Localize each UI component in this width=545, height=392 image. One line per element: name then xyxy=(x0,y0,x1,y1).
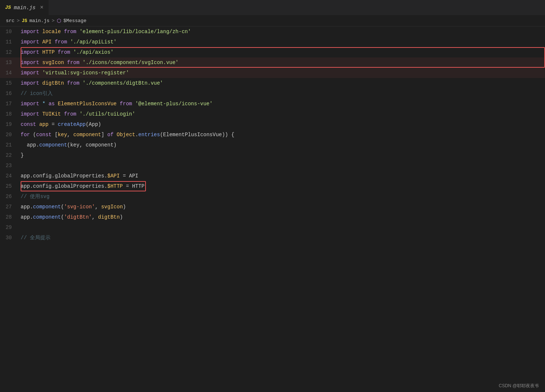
line-content-10: import locale from 'element-plus/lib/loc… xyxy=(19,27,545,37)
code-line-10: 10import locale from 'element-plus/lib/l… xyxy=(0,27,545,37)
token-var-yellow: API xyxy=(42,39,55,45)
token-fn: component xyxy=(39,142,67,148)
token-var-yellow: $HTTP xyxy=(107,183,123,189)
line-number-10: 10 xyxy=(0,27,19,37)
line-number-29: 29 xyxy=(0,222,19,233)
token-plain: [ xyxy=(55,132,57,138)
token-var-yellow: $API xyxy=(107,173,120,179)
token-plain: app.config.globalProperties. xyxy=(21,183,107,189)
line-number-15: 15 xyxy=(0,78,19,88)
breadcrumb-sep1: > xyxy=(17,18,20,24)
line-number-13: 13 xyxy=(0,57,19,68)
line-number-25: 25 xyxy=(0,181,19,191)
line-content-22: } xyxy=(19,150,545,160)
token-kw-import: import xyxy=(21,70,42,76)
token-var-yellow: app xyxy=(39,121,52,127)
token-plain: ( xyxy=(61,214,64,220)
token-kw-from: from xyxy=(120,101,135,107)
code-line-14: 14import 'virtual:svg-icons-register' xyxy=(0,68,545,78)
token-comment: // 全局提示 xyxy=(21,235,50,241)
token-str-orange: 'digtBtn' xyxy=(64,214,92,220)
line-content-12: import HTTP from './api/axios' xyxy=(19,47,545,57)
token-kw-for: for xyxy=(21,132,33,138)
code-line-22: 22} xyxy=(0,150,545,160)
code-line-27: 27app.component('svg-icon', svgIcon) xyxy=(0,202,545,212)
token-plain: = API xyxy=(120,173,138,179)
code-line-16: 16// icon引入 xyxy=(0,88,545,99)
token-var-yellow: digtBtn xyxy=(42,80,67,86)
tab-close-icon[interactable]: × xyxy=(40,4,43,11)
token-kw-from: from xyxy=(55,39,70,45)
code-line-17: 17import * as ElementPlusIconsVue from '… xyxy=(0,99,545,109)
breadcrumb-sep2: > xyxy=(52,18,55,24)
token-fn: entries xyxy=(138,132,160,138)
token-plain: (key, component) xyxy=(67,142,116,148)
tab-filename: main.js xyxy=(14,5,36,11)
line-content-13: import svgIcon from './icons/component/s… xyxy=(19,57,545,68)
token-kw-const: const xyxy=(36,132,55,138)
line-content-26: // 使用svg xyxy=(19,191,545,202)
token-var-yellow: Object xyxy=(117,132,135,138)
token-kw-from: from xyxy=(67,80,83,86)
line-content-15: import digtBtn from './components/digtBt… xyxy=(19,78,545,88)
code-line-30: 30// 全局提示 xyxy=(0,233,545,243)
token-str: './utils/tuiLogin' xyxy=(80,111,135,117)
tab-js-badge: JS xyxy=(5,5,11,10)
code-line-29: 29 xyxy=(0,222,545,233)
token-var-yellow: svgIcon xyxy=(101,204,123,210)
line-content-11: import API from './api/apiList' xyxy=(19,37,545,47)
token-str: 'element-plus/lib/locale/lang/zh-cn' xyxy=(80,29,191,35)
token-plain: (ElementPlusIconsVue)) { xyxy=(160,132,234,138)
code-editor: 10import locale from 'element-plus/lib/l… xyxy=(0,27,545,243)
line-number-19: 19 xyxy=(0,119,19,130)
tab-main-js[interactable]: JS main.js × xyxy=(0,0,49,15)
line-number-30: 30 xyxy=(0,233,19,243)
token-plain: app. xyxy=(21,214,33,220)
token-str: '@element-plus/icons-vue' xyxy=(135,101,213,107)
line-number-26: 26 xyxy=(0,191,19,202)
token-plain: ( xyxy=(61,204,64,210)
breadcrumb-symbol-icon: ⬡ xyxy=(57,18,61,24)
line-number-27: 27 xyxy=(0,202,19,212)
token-var-yellow: locale xyxy=(42,29,64,35)
token-plain: } xyxy=(21,152,24,158)
tab-bar: JS main.js × xyxy=(0,0,545,15)
code-line-19: 19const app = createApp(App) xyxy=(0,119,545,130)
token-plain: app.config.globalProperties. xyxy=(21,173,107,179)
token-kw-import: import xyxy=(21,39,42,45)
token-fn: component xyxy=(33,214,61,220)
token-kw-import: import xyxy=(21,111,42,117)
token-fn: createApp xyxy=(58,121,86,127)
line-content-17: import * as ElementPlusIconsVue from '@e… xyxy=(19,99,545,109)
line-content-18: import TUIKit from './utils/tuiLogin' xyxy=(19,109,545,119)
line-number-23: 23 xyxy=(0,160,19,171)
token-kw-import: import xyxy=(21,101,42,107)
line-number-12: 12 xyxy=(0,47,19,57)
line-number-18: 18 xyxy=(0,109,19,119)
token-plain: ) xyxy=(123,204,126,210)
token-kw-of: of xyxy=(107,132,116,138)
line-content-14: import 'virtual:svg-icons-register' xyxy=(19,68,545,78)
breadcrumb-src: src xyxy=(6,18,14,24)
token-kw-const: const xyxy=(21,121,39,127)
code-line-18: 18import TUIKit from './utils/tuiLogin' xyxy=(0,109,545,119)
token-plain: = xyxy=(52,121,58,127)
token-plain: ( xyxy=(33,132,36,138)
code-line-21: 21 app.component(key, component) xyxy=(0,140,545,150)
token-kw-import: import xyxy=(21,29,42,35)
breadcrumb-symbol: $Message xyxy=(63,18,86,24)
breadcrumb-js-badge: JS xyxy=(22,18,27,24)
token-var-yellow: TUIKit xyxy=(42,111,64,117)
token-kw-from: from xyxy=(64,29,80,35)
line-number-22: 22 xyxy=(0,150,19,160)
token-var-yellow: ElementPlusIconsVue xyxy=(58,101,120,107)
token-str: './api/apiList' xyxy=(70,39,116,45)
line-number-17: 17 xyxy=(0,99,19,109)
line-number-14: 14 xyxy=(0,68,19,78)
token-comment: // 使用svg xyxy=(21,194,49,199)
token-plain: ] xyxy=(101,132,108,138)
token-fn: component xyxy=(33,204,61,210)
token-kw-import: import xyxy=(21,49,42,55)
token-plain: , xyxy=(67,132,73,138)
token-plain: app. xyxy=(21,204,33,210)
